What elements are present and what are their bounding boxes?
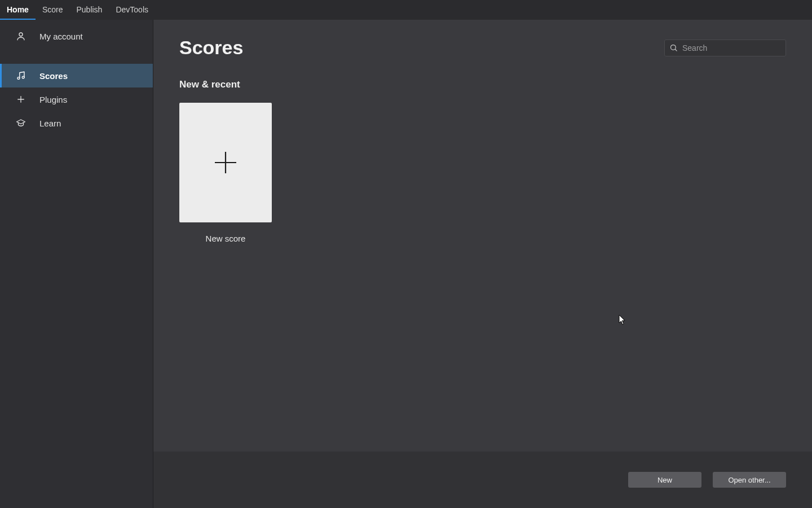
main: Scores New & recent New score xyxy=(153,20,812,508)
page-title: Scores xyxy=(179,37,243,59)
new-button[interactable]: New xyxy=(628,472,701,488)
svg-line-6 xyxy=(675,49,677,51)
tab-label: DevTools xyxy=(116,5,148,14)
open-other-button[interactable]: Open other... xyxy=(713,472,786,488)
sidebar-item-plugins[interactable]: Plugins xyxy=(0,87,153,111)
sidebar-item-scores[interactable]: Scores xyxy=(0,64,153,87)
new-score-caption: New score xyxy=(206,234,246,243)
sidebar-item-label: My account xyxy=(39,32,83,41)
search-box[interactable] xyxy=(664,40,786,56)
body: My account Scores Plugins Learn Scores xyxy=(0,20,812,508)
search-input[interactable] xyxy=(682,43,781,52)
user-icon xyxy=(16,31,26,41)
main-content: Scores New & recent New score xyxy=(153,20,812,452)
music-icon xyxy=(16,71,26,81)
tab-home[interactable]: Home xyxy=(0,0,36,20)
tab-label: Home xyxy=(7,5,29,14)
plus-large-icon xyxy=(214,151,237,174)
tab-devtools[interactable]: DevTools xyxy=(109,0,155,20)
card-grid: New score xyxy=(179,103,786,243)
sidebar-item-label: Learn xyxy=(39,119,61,128)
svg-point-2 xyxy=(22,76,24,78)
sidebar-item-learn[interactable]: Learn xyxy=(0,111,153,135)
main-header: Scores xyxy=(179,37,786,59)
sidebar-item-label: Scores xyxy=(39,71,68,81)
sidebar-separator xyxy=(0,48,153,64)
new-score-thumb xyxy=(179,103,272,222)
sidebar: My account Scores Plugins Learn xyxy=(0,20,153,508)
topbar: Home Score Publish DevTools xyxy=(0,0,812,20)
tab-label: Score xyxy=(42,5,63,14)
svg-point-1 xyxy=(17,77,20,80)
tab-score[interactable]: Score xyxy=(36,0,70,20)
footer-bar: New Open other... xyxy=(153,452,812,508)
tab-publish[interactable]: Publish xyxy=(69,0,109,20)
sidebar-item-label: Plugins xyxy=(39,95,67,104)
svg-point-0 xyxy=(19,33,23,36)
plus-icon xyxy=(16,94,26,104)
learn-icon xyxy=(16,118,26,128)
sidebar-item-my-account[interactable]: My account xyxy=(0,24,153,48)
section-title: New & recent xyxy=(179,79,786,90)
new-score-card[interactable]: New score xyxy=(179,103,272,243)
tab-label: Publish xyxy=(76,5,102,14)
search-icon xyxy=(669,43,678,52)
